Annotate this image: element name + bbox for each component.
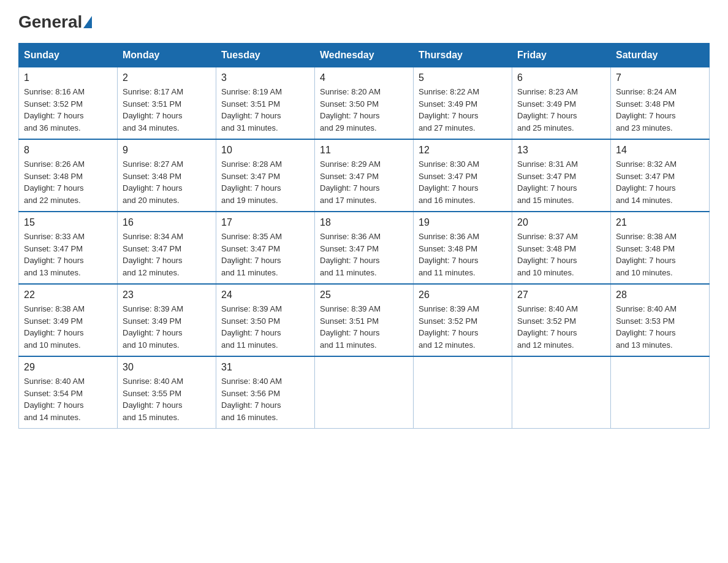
day-number: 5 (419, 72, 507, 83)
day-info: Sunrise: 8:36 AMSunset: 3:48 PMDaylight:… (419, 231, 507, 278)
day-number: 7 (616, 72, 704, 83)
day-number: 15 (24, 217, 112, 228)
header-thursday: Thursday (414, 44, 512, 67)
day-cell (512, 356, 611, 429)
day-info: Sunrise: 8:39 AMSunset: 3:51 PMDaylight:… (320, 303, 408, 351)
day-number: 6 (517, 72, 605, 83)
day-info: Sunrise: 8:40 AMSunset: 3:52 PMDaylight:… (517, 303, 605, 351)
day-cell: 30Sunrise: 8:40 AMSunset: 3:55 PMDayligh… (118, 356, 216, 429)
day-number: 30 (123, 362, 211, 373)
day-cell (315, 356, 414, 429)
day-cell: 8Sunrise: 8:26 AMSunset: 3:48 PMDaylight… (19, 139, 118, 212)
day-number: 29 (24, 362, 112, 373)
day-number: 13 (517, 145, 605, 156)
day-info: Sunrise: 8:28 AMSunset: 3:47 PMDaylight:… (221, 158, 309, 206)
day-info: Sunrise: 8:40 AMSunset: 3:56 PMDaylight:… (221, 375, 309, 423)
day-number: 14 (616, 145, 704, 156)
day-number: 31 (221, 362, 309, 373)
header-friday: Friday (512, 44, 611, 67)
calendar-table: SundayMondayTuesdayWednesdayThursdayFrid… (18, 43, 710, 429)
day-number: 2 (123, 72, 211, 83)
day-cell: 9Sunrise: 8:27 AMSunset: 3:48 PMDaylight… (118, 139, 216, 212)
day-number: 21 (616, 217, 704, 228)
day-info: Sunrise: 8:35 AMSunset: 3:47 PMDaylight:… (221, 231, 309, 278)
day-cell: 20Sunrise: 8:37 AMSunset: 3:48 PMDayligh… (512, 212, 611, 284)
day-info: Sunrise: 8:40 AMSunset: 3:54 PMDaylight:… (24, 375, 112, 423)
day-info: Sunrise: 8:37 AMSunset: 3:48 PMDaylight:… (517, 231, 605, 278)
day-info: Sunrise: 8:40 AMSunset: 3:53 PMDaylight:… (616, 303, 704, 351)
day-number: 23 (123, 289, 211, 301)
day-number: 28 (616, 289, 704, 301)
day-cell: 5Sunrise: 8:22 AMSunset: 3:49 PMDaylight… (414, 67, 512, 140)
day-cell: 12Sunrise: 8:30 AMSunset: 3:47 PMDayligh… (414, 139, 512, 212)
day-info: Sunrise: 8:36 AMSunset: 3:47 PMDaylight:… (320, 231, 408, 278)
day-info: Sunrise: 8:32 AMSunset: 3:47 PMDaylight:… (616, 158, 704, 206)
day-cell: 13Sunrise: 8:31 AMSunset: 3:47 PMDayligh… (512, 139, 611, 212)
day-number: 18 (320, 217, 408, 228)
day-cell: 18Sunrise: 8:36 AMSunset: 3:47 PMDayligh… (315, 212, 414, 284)
day-number: 3 (221, 72, 309, 83)
day-cell: 19Sunrise: 8:36 AMSunset: 3:48 PMDayligh… (414, 212, 512, 284)
day-cell (414, 356, 512, 429)
day-cell: 7Sunrise: 8:24 AMSunset: 3:48 PMDaylight… (611, 67, 710, 140)
day-cell: 26Sunrise: 8:39 AMSunset: 3:52 PMDayligh… (414, 284, 512, 356)
day-info: Sunrise: 8:24 AMSunset: 3:48 PMDaylight:… (616, 86, 704, 134)
logo: General (18, 12, 93, 31)
day-cell: 2Sunrise: 8:17 AMSunset: 3:51 PMDaylight… (118, 67, 216, 140)
day-info: Sunrise: 8:27 AMSunset: 3:48 PMDaylight:… (123, 158, 211, 206)
header-sunday: Sunday (19, 44, 118, 67)
day-cell: 27Sunrise: 8:40 AMSunset: 3:52 PMDayligh… (512, 284, 611, 356)
day-cell: 16Sunrise: 8:34 AMSunset: 3:47 PMDayligh… (118, 212, 216, 284)
day-number: 26 (419, 289, 507, 301)
day-info: Sunrise: 8:33 AMSunset: 3:47 PMDaylight:… (24, 231, 112, 278)
day-cell: 29Sunrise: 8:40 AMSunset: 3:54 PMDayligh… (19, 356, 118, 429)
week-row-5: 29Sunrise: 8:40 AMSunset: 3:54 PMDayligh… (19, 356, 710, 429)
logo-triangle-icon (83, 16, 92, 28)
day-info: Sunrise: 8:38 AMSunset: 3:49 PMDaylight:… (24, 303, 112, 351)
day-info: Sunrise: 8:31 AMSunset: 3:47 PMDaylight:… (517, 158, 605, 206)
week-row-4: 22Sunrise: 8:38 AMSunset: 3:49 PMDayligh… (19, 284, 710, 356)
day-number: 12 (419, 145, 507, 156)
day-number: 1 (24, 72, 112, 83)
day-number: 19 (419, 217, 507, 228)
day-number: 20 (517, 217, 605, 228)
day-cell: 24Sunrise: 8:39 AMSunset: 3:50 PMDayligh… (216, 284, 315, 356)
day-cell (611, 356, 710, 429)
day-info: Sunrise: 8:30 AMSunset: 3:47 PMDaylight:… (419, 158, 507, 206)
page-header: General (18, 12, 710, 31)
day-info: Sunrise: 8:20 AMSunset: 3:50 PMDaylight:… (320, 86, 408, 134)
day-info: Sunrise: 8:29 AMSunset: 3:47 PMDaylight:… (320, 158, 408, 206)
day-info: Sunrise: 8:17 AMSunset: 3:51 PMDaylight:… (123, 86, 211, 134)
day-number: 17 (221, 217, 309, 228)
day-cell: 3Sunrise: 8:19 AMSunset: 3:51 PMDaylight… (216, 67, 315, 140)
day-info: Sunrise: 8:39 AMSunset: 3:49 PMDaylight:… (123, 303, 211, 351)
day-number: 10 (221, 145, 309, 156)
day-cell: 31Sunrise: 8:40 AMSunset: 3:56 PMDayligh… (216, 356, 315, 429)
day-info: Sunrise: 8:16 AMSunset: 3:52 PMDaylight:… (24, 86, 112, 134)
day-info: Sunrise: 8:22 AMSunset: 3:49 PMDaylight:… (419, 86, 507, 134)
day-cell: 10Sunrise: 8:28 AMSunset: 3:47 PMDayligh… (216, 139, 315, 212)
day-number: 4 (320, 72, 408, 83)
day-cell: 14Sunrise: 8:32 AMSunset: 3:47 PMDayligh… (611, 139, 710, 212)
day-info: Sunrise: 8:38 AMSunset: 3:48 PMDaylight:… (616, 231, 704, 278)
day-cell: 22Sunrise: 8:38 AMSunset: 3:49 PMDayligh… (19, 284, 118, 356)
day-info: Sunrise: 8:39 AMSunset: 3:52 PMDaylight:… (419, 303, 507, 351)
header-wednesday: Wednesday (315, 44, 414, 67)
day-number: 9 (123, 145, 211, 156)
week-row-1: 1Sunrise: 8:16 AMSunset: 3:52 PMDaylight… (19, 67, 710, 140)
header-saturday: Saturday (611, 44, 710, 67)
header-row: SundayMondayTuesdayWednesdayThursdayFrid… (19, 44, 710, 67)
day-info: Sunrise: 8:40 AMSunset: 3:55 PMDaylight:… (123, 375, 211, 423)
header-tuesday: Tuesday (216, 44, 315, 67)
day-number: 22 (24, 289, 112, 301)
logo-general: General (18, 12, 82, 32)
day-info: Sunrise: 8:19 AMSunset: 3:51 PMDaylight:… (221, 86, 309, 134)
week-row-2: 8Sunrise: 8:26 AMSunset: 3:48 PMDaylight… (19, 139, 710, 212)
day-cell: 17Sunrise: 8:35 AMSunset: 3:47 PMDayligh… (216, 212, 315, 284)
day-cell: 4Sunrise: 8:20 AMSunset: 3:50 PMDaylight… (315, 67, 414, 140)
day-number: 8 (24, 145, 112, 156)
header-monday: Monday (118, 44, 216, 67)
day-number: 27 (517, 289, 605, 301)
day-info: Sunrise: 8:23 AMSunset: 3:49 PMDaylight:… (517, 86, 605, 134)
day-number: 16 (123, 217, 211, 228)
